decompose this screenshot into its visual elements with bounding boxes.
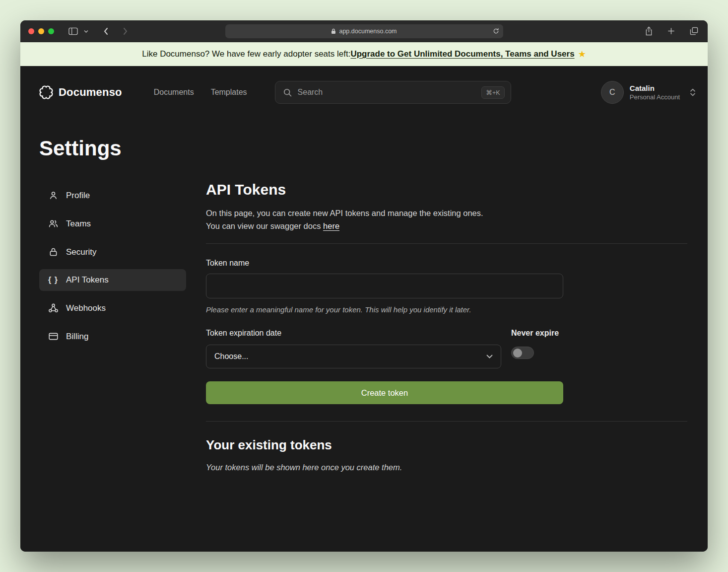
search-placeholder: Search xyxy=(298,88,476,97)
share-icon[interactable] xyxy=(644,25,654,37)
expiration-label: Token expiration date xyxy=(206,329,281,337)
sidebar-toggle-icon[interactable] xyxy=(67,26,79,37)
sidebar-item-webhooks[interactable]: Webhooks xyxy=(39,297,186,319)
lock-icon xyxy=(331,28,336,34)
nav-documents[interactable]: Documents xyxy=(154,88,194,97)
sidebar-item-label: Billing xyxy=(66,332,88,342)
sidebar-item-label: Teams xyxy=(66,219,91,229)
browser-toolbar: app.documenso.com xyxy=(20,20,708,42)
toggle-knob xyxy=(513,349,522,358)
swagger-docs-link[interactable]: here xyxy=(323,221,339,230)
url-text: app.documenso.com xyxy=(339,28,397,35)
search-icon xyxy=(283,88,292,97)
never-expire-label: Never expire xyxy=(511,329,559,338)
create-token-button[interactable]: Create token xyxy=(206,381,563,404)
app-header: Documenso Documents Templates Search ⌘+K… xyxy=(20,66,708,104)
zoom-window-button[interactable] xyxy=(48,28,54,34)
token-name-label: Token name xyxy=(206,259,249,267)
sidebar-item-label: API Tokens xyxy=(66,275,109,285)
brand[interactable]: Documenso xyxy=(39,85,122,99)
sidebar-item-label: Profile xyxy=(66,191,90,201)
existing-tokens-empty-text: Your tokens will be shown here once you … xyxy=(206,463,687,472)
close-window-button[interactable] xyxy=(28,28,34,34)
sidebar-item-security[interactable]: Security xyxy=(39,241,186,263)
back-button[interactable] xyxy=(102,26,110,37)
search-input[interactable]: Search ⌘+K xyxy=(275,81,511,104)
lock-icon xyxy=(48,247,59,257)
token-name-input[interactable] xyxy=(206,274,563,298)
divider xyxy=(206,243,687,244)
traffic-lights xyxy=(28,28,54,34)
users-icon xyxy=(48,218,59,229)
tab-overview-icon[interactable] xyxy=(688,25,700,37)
forward-button[interactable] xyxy=(122,26,130,37)
sidebar-item-billing[interactable]: Billing xyxy=(39,325,186,348)
star-icon: ★ xyxy=(578,49,586,60)
sidebar-item-label: Webhooks xyxy=(66,303,106,313)
minimize-window-button[interactable] xyxy=(38,28,44,34)
credit-card-icon xyxy=(48,331,59,342)
refresh-icon[interactable] xyxy=(493,28,499,34)
token-name-hint: Please enter a meaningful name for your … xyxy=(206,305,687,314)
divider xyxy=(206,421,687,422)
browser-window: app.documenso.com xyxy=(20,20,708,552)
promo-text: Like Documenso? We have few early adopte… xyxy=(142,49,350,59)
braces-icon: { } xyxy=(48,276,59,285)
chevron-down-icon xyxy=(486,355,493,358)
account-type: Personal Account xyxy=(630,93,680,101)
app-page: Documenso Documents Templates Search ⌘+K… xyxy=(20,66,708,552)
sidebar-item-teams[interactable]: Teams xyxy=(39,213,186,235)
nav-templates[interactable]: Templates xyxy=(211,88,247,97)
chevron-up-down-icon xyxy=(690,88,696,97)
brand-name: Documenso xyxy=(59,86,122,99)
top-nav: Documents Templates xyxy=(154,88,247,97)
address-bar[interactable]: app.documenso.com xyxy=(225,24,503,38)
expiration-selected-value: Choose... xyxy=(214,352,248,361)
search-shortcut-badge: ⌘+K xyxy=(481,86,504,99)
sidebar-item-profile[interactable]: Profile xyxy=(39,184,186,207)
documenso-logo-icon xyxy=(39,85,53,99)
section-description: On this page, you can create new API tok… xyxy=(206,207,687,232)
avatar: C xyxy=(601,81,624,104)
api-tokens-panel: API Tokens On this page, you can create … xyxy=(206,184,687,472)
page-title: Settings xyxy=(39,137,708,160)
account-menu[interactable]: C Catalin Personal Account xyxy=(601,81,698,104)
existing-tokens-title: Your existing tokens xyxy=(206,437,687,453)
sidebar-item-api-tokens[interactable]: { } API Tokens xyxy=(39,269,186,291)
account-name: Catalin xyxy=(630,84,680,92)
expiration-select[interactable]: Choose... xyxy=(206,345,501,368)
sidebar-item-label: Security xyxy=(66,247,96,257)
never-expire-toggle[interactable] xyxy=(511,347,534,359)
upgrade-link[interactable]: Upgrade to Get Unlimited Documents, Team… xyxy=(350,49,574,59)
user-icon xyxy=(48,190,59,201)
settings-sidebar: Profile Teams xyxy=(39,184,186,472)
section-title: API Tokens xyxy=(206,181,687,198)
sidebar-menu-chevron-icon[interactable] xyxy=(82,28,90,34)
new-tab-icon[interactable] xyxy=(666,26,676,36)
webhook-icon xyxy=(48,303,59,313)
promo-banner: Like Documenso? We have few early adopte… xyxy=(20,42,708,66)
